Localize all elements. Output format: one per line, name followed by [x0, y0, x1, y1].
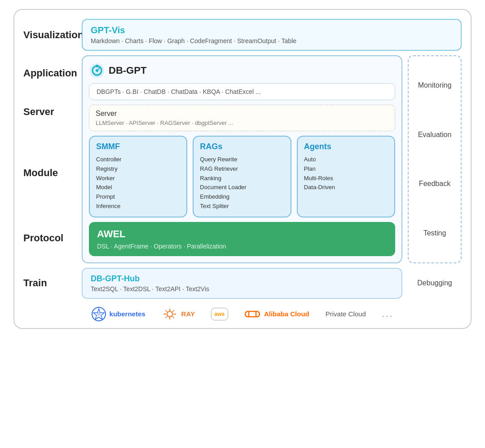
- ray-text: RAY: [181, 310, 195, 318]
- module-row: SMMF ControllerRegistryWorkerModelPrompt…: [89, 136, 395, 217]
- smmf-items: ControllerRegistryWorkerModelPromptInfer…: [96, 155, 180, 211]
- server-box-title: Server: [96, 110, 388, 118]
- alibaba-icon: [244, 309, 260, 319]
- right-panel-wrapper: Monitoring Evaluation Feedback Testing: [408, 55, 462, 263]
- application-label: Application: [23, 60, 82, 87]
- testing-label: Testing: [423, 226, 446, 240]
- hub-title: DB-GPT-Hub: [91, 274, 393, 284]
- svg-line-13: [172, 310, 174, 312]
- server-box: Server LLMServer · APIServer · RAGServer…: [89, 105, 395, 131]
- left-labels: Application Server Module Protocol: [23, 55, 82, 263]
- hub-sub: Text2SQL · Text2DSL · Text2API · Text2Vi…: [91, 285, 393, 293]
- aws-icon: aws: [211, 308, 228, 320]
- awel-sub: DSL · AgentFrame · Operators · Paralleli…: [97, 243, 387, 250]
- visualization-row: Visualization GPT-Vis Markdown · Charts …: [23, 19, 462, 51]
- awel-title: AWEL: [97, 228, 387, 240]
- svg-point-3: [96, 69, 98, 72]
- dbgpt-logo-icon: [89, 62, 105, 79]
- smmf-card: SMMF ControllerRegistryWorkerModelPrompt…: [89, 136, 187, 217]
- ellipsis-text: ...: [382, 309, 394, 319]
- module-label: Module: [23, 137, 82, 209]
- rags-items: Query RewriteRAG RetrieverRankingDocumen…: [200, 155, 284, 211]
- app-items-text: DBGPTs · G.BI · ChatDB · ChatData · KBQA…: [97, 88, 261, 95]
- gptvis-title: GPT-Vis: [91, 25, 453, 35]
- svg-point-2: [96, 65, 98, 67]
- private-cloud-logo: Private Cloud: [326, 310, 366, 318]
- visualization-box: GPT-Vis Markdown · Charts · Flow · Graph…: [82, 19, 462, 51]
- app-items-box: DBGPTs · G.BI · ChatDB · ChatData · KBQA…: [89, 83, 395, 100]
- feedback-label: Feedback: [419, 177, 450, 191]
- rags-card: RAGs Query RewriteRAG RetrieverRankingDo…: [193, 136, 291, 217]
- visualization-label: Visualization: [23, 19, 82, 51]
- evaluation-label: Evaluation: [418, 128, 452, 142]
- svg-line-12: [172, 316, 174, 318]
- rags-title: RAGs: [200, 142, 284, 151]
- kubernetes-icon: [92, 307, 106, 321]
- svg-line-11: [165, 310, 168, 312]
- private-cloud-text: Private Cloud: [326, 310, 366, 318]
- aws-logo: aws: [211, 308, 228, 320]
- kubernetes-logo: kubernetes: [92, 307, 146, 321]
- agents-card: Agents AutoPlanMulti-RolesData-Driven: [297, 136, 395, 217]
- ray-logo: RAY: [162, 308, 195, 320]
- aws-text: aws: [215, 311, 225, 317]
- train-box: DB-GPT-Hub Text2SQL · Text2DSL · Text2AP…: [82, 268, 402, 299]
- awel-box: AWEL DSL · AgentFrame · Operators · Para…: [89, 222, 395, 256]
- kubernetes-text: kubernetes: [110, 310, 146, 318]
- inner-box: DB-GPT DBGPTs · G.BI · ChatDB · ChatData…: [82, 55, 402, 263]
- gptvis-subtitle: Markdown · Charts · Flow · Graph · CodeF…: [91, 37, 453, 44]
- right-dashed-panel: Monitoring Evaluation Feedback Testing: [408, 55, 462, 263]
- dbgpt-header: DB-GPT: [89, 62, 395, 79]
- svg-point-5: [97, 312, 101, 316]
- server-label: Server: [23, 96, 82, 128]
- ray-icon: [162, 308, 178, 320]
- alibaba-text: Alibaba Cloud: [264, 310, 309, 318]
- svg-rect-15: [245, 311, 260, 317]
- ellipsis-item: ...: [382, 309, 394, 319]
- train-label: Train: [23, 268, 82, 299]
- protocol-label: Protocol: [23, 218, 82, 258]
- debugging-wrapper: Debugging: [408, 268, 462, 299]
- agents-items: AutoPlanMulti-RolesData-Driven: [304, 155, 388, 192]
- svg-point-6: [167, 311, 172, 317]
- main-container: Visualization GPT-Vis Markdown · Charts …: [13, 9, 472, 329]
- debugging-label: Debugging: [417, 276, 452, 290]
- monitoring-label: Monitoring: [418, 79, 452, 92]
- smmf-title: SMMF: [96, 142, 180, 151]
- svg-line-14: [165, 316, 168, 318]
- dbgpt-title: DB-GPT: [109, 65, 146, 76]
- agents-title: Agents: [304, 142, 388, 151]
- alibaba-logo: Alibaba Cloud: [244, 309, 309, 319]
- logos-bar: kubernetes RAY aws: [23, 307, 462, 321]
- server-box-sub: LLMServer · APIServer · RAGServer · dbgp…: [96, 120, 388, 126]
